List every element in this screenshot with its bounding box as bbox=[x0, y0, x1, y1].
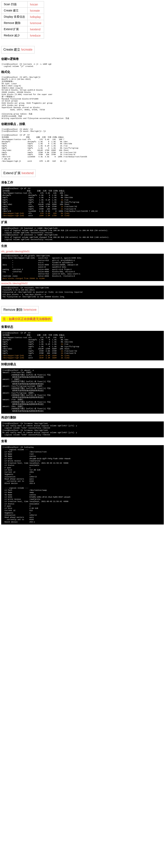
subheading: 生效 bbox=[1, 244, 164, 248]
subheading: 格式化 bbox=[1, 70, 164, 74]
section-header-remove: Remove 删除 lvremove bbox=[1, 306, 39, 314]
terminal-output: [root@localhost ~]# df -hT 文件系统 类型 容量 已用… bbox=[1, 134, 164, 163]
terminal-output-dark: [root@localhost ~]# lvremove /dev/vg0/lv… bbox=[1, 422, 164, 437]
table-row: Create 建立lvcreate bbox=[1, 8, 44, 14]
section-cmd: lvremove bbox=[24, 308, 36, 311]
terminal-output-dark: [root@localhost ~]# df -hT 文件系统 类型 容量 已用… bbox=[1, 186, 164, 218]
terminal-output-dark: [root@localhost ~]# umount -a umount: /r… bbox=[1, 368, 164, 413]
subheading: 准备工作 bbox=[1, 181, 164, 184]
terminal-output-dark: [root@localhost ~]# lvextend -L +100M /d… bbox=[1, 226, 164, 242]
section-title: Extend 扩展 bbox=[3, 172, 20, 175]
section-title: Remove 删除 bbox=[3, 308, 23, 311]
terminal-output-dark: [root@localhost ~]# xfs_growfs /dev/vg0/… bbox=[1, 254, 164, 281]
terminal-output: [root@localhost ~]# lvcreate -n jt -L 10… bbox=[1, 63, 164, 68]
subheading: 扩展 bbox=[1, 220, 164, 224]
terminal-output-dark: [root@localhost ~]# lvdisplay --- Logica… bbox=[1, 445, 164, 525]
subheading: 再进行删除 bbox=[1, 415, 164, 420]
section-title: Create 建立 bbox=[3, 48, 20, 51]
subheading: 创建挂载点，挂载 bbox=[1, 122, 164, 126]
subheading: 查看状态 bbox=[1, 325, 164, 329]
terminal-output: [root@localhost ~]# mkfs /dev/vg0/jt mke… bbox=[1, 76, 164, 120]
table-row: Display 查看信息lvdisplay bbox=[1, 14, 44, 20]
terminal-output-dark: [root@localhost ~]# df -hT 文件系统 类型 容量 已用… bbox=[1, 331, 164, 361]
section-cmd: lvcreate bbox=[21, 48, 33, 51]
subheading: 创建lv逻辑卷 bbox=[1, 57, 164, 61]
terminal-output: [root@localhost ~]# mkdir /jt [root@loca… bbox=[1, 128, 164, 133]
command-table: Scan 扫描lvscanCreate 建立lvcreateDisplay 查看… bbox=[1, 1, 44, 39]
subheading: 查看 bbox=[1, 439, 164, 443]
section-cmd: lvextend bbox=[22, 172, 34, 175]
table-row: Extend 扩展lvextend bbox=[1, 26, 44, 33]
warning-note: 注：如果分区正在挂载是无法移除的 bbox=[1, 316, 52, 322]
section-header-create: Create 建立 lvcreate bbox=[1, 46, 35, 54]
section-header-extend: Extend 扩展 lvextend bbox=[1, 169, 36, 177]
table-row: Reduce 减少lvreduce bbox=[1, 33, 44, 39]
table-row: Remove 删除lvremove bbox=[1, 20, 44, 26]
terminal-output-dark: [root@localhost ~]# resize2fs /dev/vg0/l… bbox=[1, 286, 164, 299]
table-row: Scan 扫描lvscan bbox=[1, 1, 44, 8]
subcmd: resize2fs /dev/vg0/lv02 bbox=[1, 282, 164, 285]
subcmd: xfs_growfs /dev/vg0/lv01 bbox=[1, 250, 164, 253]
subheading: 卸载挂载点 bbox=[1, 362, 164, 366]
